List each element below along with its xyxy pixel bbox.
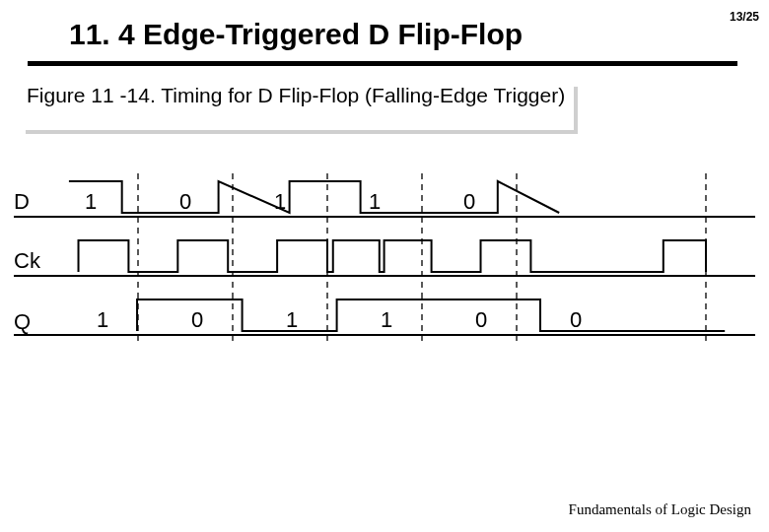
svg-text:0: 0: [191, 307, 203, 332]
svg-text:1: 1: [97, 307, 108, 332]
page-number: 13/25: [730, 10, 759, 24]
svg-text:1: 1: [381, 307, 392, 332]
svg-text:0: 0: [475, 307, 487, 332]
signal-label-ck: Ck: [14, 248, 40, 274]
svg-text:0: 0: [463, 189, 475, 214]
svg-text:0: 0: [570, 307, 582, 332]
svg-text:0: 0: [179, 189, 191, 214]
svg-text:1: 1: [286, 307, 298, 332]
title-rule: [28, 61, 737, 66]
footer-text: Fundamentals of Logic Design: [569, 501, 751, 518]
figure-caption-box: Figure 11 -14. Timing for D Flip-Flop (F…: [22, 83, 574, 130]
figure-caption: Figure 11 -14. Timing for D Flip-Flop (F…: [22, 83, 574, 130]
svg-text:1: 1: [85, 189, 97, 214]
timing-diagram: 10110101100 D Ck Q: [14, 167, 755, 384]
signal-label-d: D: [14, 189, 30, 215]
signal-label-q: Q: [14, 309, 31, 335]
svg-text:1: 1: [274, 189, 286, 214]
timing-svg: 10110101100: [14, 167, 755, 384]
svg-text:1: 1: [369, 189, 381, 214]
page-title: 11. 4 Edge-Triggered D Flip-Flop: [69, 18, 523, 51]
